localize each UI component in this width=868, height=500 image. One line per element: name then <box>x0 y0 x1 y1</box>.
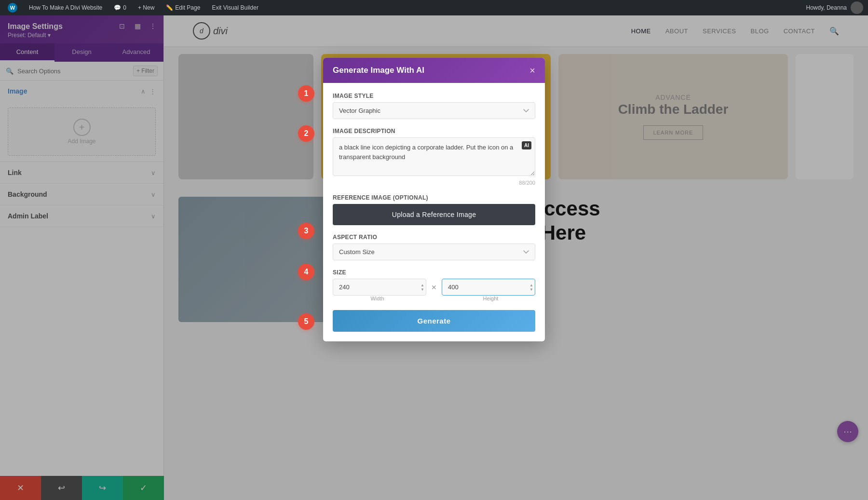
height-up-arrow[interactable]: ▲ <box>529 283 533 287</box>
admin-bar: W How To Make A Divi Website 💬 0 + New ✏… <box>0 0 868 15</box>
admin-bar-right: Howdy, Deanna <box>806 1 864 14</box>
reference-image-label: Reference Image (Optional) <box>333 194 535 201</box>
image-description-label: Image Description <box>333 128 535 135</box>
new-post-link[interactable]: + New <box>135 2 157 13</box>
reference-image-group: Reference Image (Optional) Upload a Refe… <box>333 194 535 225</box>
step-3-circle: 3 <box>298 223 314 239</box>
height-spinner: ▲ ▼ <box>529 283 533 291</box>
image-description-wrapper: a black line icon depicting a corporate … <box>333 137 535 178</box>
aspect-ratio-group: Aspect Ratio Custom Size <box>333 234 535 260</box>
new-label: + New <box>138 4 154 11</box>
image-description-textarea[interactable]: a black line icon depicting a corporate … <box>333 137 535 176</box>
comments-link[interactable]: 💬 0 <box>111 2 129 13</box>
aspect-ratio-select[interactable]: Custom Size <box>333 243 535 260</box>
size-group: Size ▲ ▼ ✕ ▲ <box>333 269 535 301</box>
exit-builder-link[interactable]: Exit Visual Builder <box>209 2 261 13</box>
step-4-circle: 4 <box>298 264 314 280</box>
size-separator: ✕ <box>431 284 437 291</box>
upload-reference-button[interactable]: Upload a Reference Image <box>333 204 535 225</box>
site-name-link[interactable]: How To Make A Divi Website <box>26 2 105 13</box>
modal-close-button[interactable]: × <box>529 66 535 75</box>
modal-body: Image Style Vector Graphic Image Descrip… <box>323 83 545 341</box>
wp-icon-link[interactable]: W <box>5 1 20 14</box>
size-label: Size <box>333 269 535 276</box>
width-up-arrow[interactable]: ▲ <box>420 283 424 287</box>
modal-header: Generate Image With AI × <box>323 58 545 83</box>
size-labels: Width Height <box>333 296 535 301</box>
width-spinner: ▲ ▼ <box>420 283 424 291</box>
height-wrapper: ▲ ▼ <box>442 279 535 296</box>
image-description-group: Image Description a black line icon depi… <box>333 128 535 186</box>
edit-icon: ✏️ <box>166 4 173 11</box>
step-1-circle: 1 <box>298 85 314 102</box>
modal-title: Generate Image With AI <box>333 66 424 75</box>
comments-count: 0 <box>123 4 126 11</box>
generate-section: Generate <box>333 310 535 332</box>
image-style-label: Image Style <box>333 93 535 99</box>
image-style-select[interactable]: Vector Graphic <box>333 102 535 119</box>
aspect-ratio-label: Aspect Ratio <box>333 234 535 241</box>
site-name-label: How To Make A Divi Website <box>29 4 102 11</box>
width-down-arrow[interactable]: ▼ <box>420 287 424 291</box>
size-row: ▲ ▼ ✕ ▲ ▼ <box>333 279 535 296</box>
modal-overlay: 1 2 3 4 5 Generate Image With AI × Image… <box>0 0 868 500</box>
width-wrapper: ▲ ▼ <box>333 279 426 296</box>
step-2-circle: 2 <box>298 125 314 142</box>
height-label: Height <box>446 296 535 301</box>
edit-page-label: Edit Page <box>175 4 200 11</box>
comment-icon: 💬 <box>114 4 121 11</box>
edit-page-link[interactable]: ✏️ Edit Page <box>163 2 203 13</box>
height-down-arrow[interactable]: ▼ <box>529 287 533 291</box>
description-counter: 88/200 <box>333 180 535 186</box>
height-input[interactable] <box>442 279 535 296</box>
modal-wrapper: 1 2 3 4 5 Generate Image With AI × Image… <box>323 58 545 341</box>
step-5-circle: 5 <box>298 313 314 330</box>
generate-button[interactable]: Generate <box>333 310 535 332</box>
image-style-group: Image Style Vector Graphic <box>333 93 535 119</box>
ai-assist-button[interactable]: AI <box>522 141 531 149</box>
user-greeting: Howdy, Deanna <box>806 4 847 11</box>
width-input[interactable] <box>333 279 426 296</box>
exit-builder-label: Exit Visual Builder <box>212 4 258 11</box>
wordpress-icon: W <box>8 3 17 13</box>
width-label: Width <box>333 296 422 301</box>
ai-image-modal: Generate Image With AI × Image Style Vec… <box>323 58 545 341</box>
avatar <box>851 1 863 14</box>
